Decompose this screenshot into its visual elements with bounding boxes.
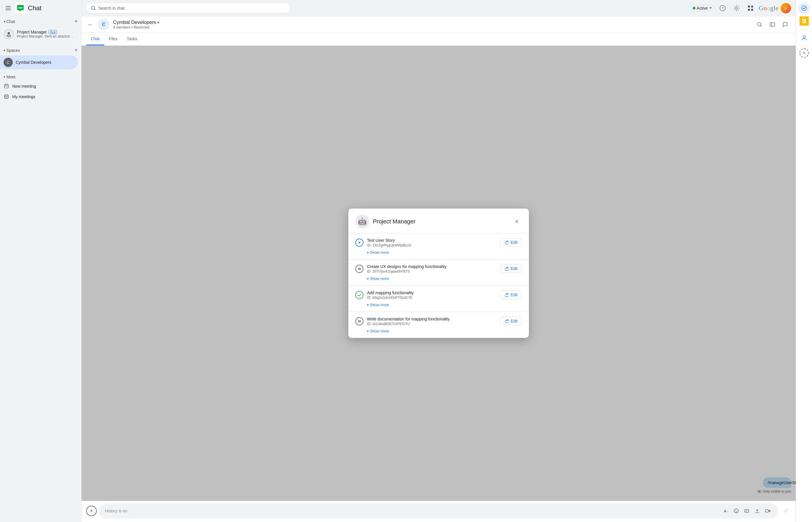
chat-section-label[interactable]: Chat: [6, 19, 15, 24]
top-bar: Search in chat Active ?: [82, 0, 796, 16]
space-item-cymbal[interactable]: C Cymbal Developers: [0, 55, 78, 69]
story-main-2: Create UX designs for mapping functional…: [355, 264, 522, 274]
project-manager-modal: 🤖 Project Manager × Test User Story: [348, 208, 529, 338]
svg-rect-0: [5, 6, 11, 7]
story-item-4: Write documentation for mapping function…: [348, 312, 529, 338]
svg-rect-28: [748, 5, 750, 7]
new-meeting-icon: [3, 83, 9, 89]
channel-name[interactable]: Cymbal Developers ▾: [113, 20, 750, 25]
spaces-section-label[interactable]: Spaces: [6, 48, 20, 53]
status-indicator[interactable]: Active: [690, 4, 714, 12]
meet-section-header: ▾ Meet: [0, 73, 81, 81]
modal-close-button[interactable]: ×: [511, 216, 522, 227]
svg-point-69: [801, 6, 807, 11]
svg-rect-54: [360, 320, 361, 322]
svg-rect-53: [358, 320, 359, 322]
hamburger-icon[interactable]: [3, 3, 13, 13]
show-more-chevron-icon-2: ▾: [367, 277, 369, 281]
story-2-show-more[interactable]: ▾ Show more: [355, 277, 522, 281]
settings-icon[interactable]: [731, 2, 743, 14]
story-1-edit-button[interactable]: Edit: [500, 238, 522, 247]
upload-icon[interactable]: [753, 506, 762, 516]
svg-point-23: [92, 6, 95, 9]
story-2-info: Create UX designs for mapping functional…: [367, 264, 497, 274]
show-more-chevron-icon-3: ▾: [367, 303, 369, 307]
right-notes-icon[interactable]: [799, 16, 809, 26]
spaces-section-chevron-icon: ▾: [3, 48, 5, 53]
channel-search-icon[interactable]: [754, 19, 765, 30]
chat-item-project-manager[interactable]: 🤖 Project Manager App Project Manager: S…: [0, 26, 78, 42]
format-text-icon[interactable]: A: [721, 506, 730, 516]
message-input-box[interactable]: History is on A: [99, 503, 778, 519]
story-3-status-icon: [355, 291, 364, 299]
meet-item-my-meetings[interactable]: My meetings: [0, 92, 81, 102]
cymbal-space-name: Cymbal Developers: [16, 60, 51, 65]
edit-icon: [505, 319, 509, 323]
story-4-status-icon: [355, 317, 364, 325]
channel-actions: [754, 19, 791, 30]
emoji-icon[interactable]: [732, 506, 741, 516]
chat-body: /manageUserStories Only visible to you 🤖…: [82, 46, 796, 501]
send-button[interactable]: [780, 506, 791, 516]
right-person-icon[interactable]: [798, 32, 810, 43]
my-meetings-label: My meetings: [12, 94, 35, 99]
channel-header: ← C Cymbal Developers ▾ 4 members • Rest…: [82, 16, 796, 33]
story-item-1: Test User Story ID: 1XcZgrPqqUjnlW6pBczX…: [348, 233, 529, 260]
meet-section-label[interactable]: Meet: [6, 75, 16, 79]
help-icon[interactable]: ?: [717, 2, 728, 14]
chat-section-header: ▾ Chat +: [0, 16, 81, 26]
left-sidebar: Chat ▾ Chat + 🤖 Project Manager App: [0, 0, 82, 522]
user-avatar[interactable]: U: [780, 3, 791, 14]
story-3-id: ID: bSq2vi1dvVEhPT0LbC7E: [367, 296, 497, 300]
svg-rect-1: [5, 8, 11, 8]
add-attachment-button[interactable]: +: [86, 506, 97, 516]
story-4-id: ID: ezU4exBiI3i7VzP97cYU: [367, 322, 497, 326]
meet-item-new-meeting[interactable]: New meeting: [0, 81, 81, 92]
search-placeholder: Search in chat: [98, 6, 125, 11]
spaces-section-label-row: ▾ Spaces: [3, 48, 20, 53]
apps-grid-icon[interactable]: [745, 2, 756, 14]
svg-point-61: [734, 509, 738, 513]
story-4-info: Write documentation for mapping function…: [367, 317, 497, 326]
svg-rect-34: [770, 23, 775, 26]
tab-files[interactable]: Files: [104, 33, 122, 45]
google-logo: Google: [759, 4, 778, 12]
chat-input-area: + History is on A: [82, 501, 796, 522]
story-2-title: Create UX designs for mapping functional…: [367, 264, 497, 269]
svg-rect-29: [751, 5, 753, 7]
tab-chat[interactable]: Chat: [86, 33, 104, 45]
story-1-show-more[interactable]: ▾ Show more: [355, 250, 522, 255]
svg-point-5: [20, 7, 21, 9]
story-4-edit-button[interactable]: Edit: [500, 317, 522, 325]
meet-section-chevron-icon: ▾: [3, 75, 5, 79]
story-1-status-icon: [355, 239, 364, 247]
svg-rect-30: [748, 9, 750, 11]
story-item-2: Create UX designs for mapping functional…: [348, 260, 529, 286]
project-manager-avatar: 🤖: [3, 29, 14, 39]
edit-icon: [505, 240, 509, 244]
mention-icon[interactable]: [742, 506, 751, 516]
tab-tasks[interactable]: Tasks: [122, 33, 142, 45]
story-2-edit-button[interactable]: Edit: [500, 264, 522, 273]
right-tasks-icon[interactable]: [798, 2, 810, 14]
story-3-edit-button[interactable]: Edit: [500, 290, 522, 299]
story-3-show-more[interactable]: ▾ Show more: [355, 303, 522, 307]
chat-section-add-icon[interactable]: +: [74, 18, 78, 25]
video-icon[interactable]: [763, 506, 772, 516]
show-more-chevron-icon-4: ▾: [367, 329, 369, 333]
svg-rect-64: [745, 509, 749, 513]
story-4-show-more[interactable]: ▾ Show more: [355, 329, 522, 333]
story-1-info: Test User Story ID: 1XcZgrPqqUjnlW6pBczX: [367, 238, 497, 247]
cymbal-space-avatar: C: [3, 58, 13, 67]
back-button[interactable]: ←: [86, 20, 94, 29]
channel-view-icon[interactable]: [767, 19, 778, 30]
search-bar[interactable]: Search in chat: [86, 3, 290, 13]
spaces-section-add-icon[interactable]: +: [74, 47, 78, 54]
chat-item-project-manager-name: Project Manager App: [17, 30, 74, 34]
modal-title: Project Manager: [373, 218, 508, 225]
channel-chat-icon[interactable]: [779, 19, 791, 30]
right-add-button[interactable]: +: [799, 48, 809, 58]
svg-rect-43: [358, 268, 359, 270]
story-3-info: Add mapping functionality ID: bSq2vi1dvV…: [367, 290, 497, 300]
svg-line-33: [761, 26, 762, 27]
